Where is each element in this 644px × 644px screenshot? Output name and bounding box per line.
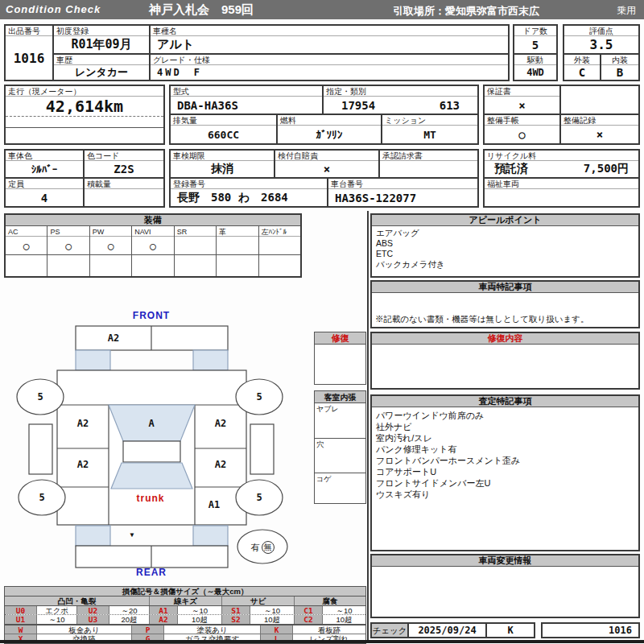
wheel-mark: 5 bbox=[37, 391, 43, 402]
mileage-box: 走行（現メーター） 42,614km bbox=[4, 85, 165, 145]
welfare-value bbox=[485, 189, 638, 206]
legend-title: 損傷記号＆損傷サイズ（～最大cm） bbox=[5, 587, 365, 597]
assessment-line: パワーウインドウ前席のみ bbox=[376, 410, 634, 421]
capacity-cell: 定員 4 bbox=[6, 179, 85, 206]
approval-value bbox=[380, 161, 477, 177]
appeal-line: バックカメラ付き bbox=[376, 259, 634, 270]
doors-cell: ドア数 5 bbox=[514, 26, 556, 55]
equip-ps: PS○ bbox=[47, 226, 89, 254]
spare-yes-label: 有 bbox=[251, 542, 260, 554]
equip-leather: 革 bbox=[217, 226, 258, 254]
type-class-cell: 指定・類別 17954 613 bbox=[324, 86, 477, 115]
approval-cell: 承認請求書 bbox=[380, 151, 477, 179]
first-registration-value: R01年09月 bbox=[54, 36, 149, 53]
auction-title: 神戸入札会 959回 bbox=[149, 2, 254, 18]
legend-group-dent: 凸凹・亀裂 bbox=[5, 597, 150, 605]
taillight-right-shape bbox=[193, 526, 228, 546]
lot-number-value: 1016 bbox=[6, 36, 52, 80]
change-info-title: 車両変更情報 bbox=[372, 555, 638, 567]
legend-group-scratch: 線キズ bbox=[150, 597, 222, 605]
wheel-mark: 5 bbox=[256, 492, 262, 503]
first-registration-cell: 初度登録 R01年09月 bbox=[54, 26, 151, 55]
load-capacity-value bbox=[85, 189, 163, 206]
wheel-mark: 5 bbox=[39, 492, 44, 503]
interior-grade-cell: 内装 B bbox=[601, 55, 638, 80]
model-code-box: 型式 DBA-HA36S 指定・類別 17954 613 排気量 660CC 燃… bbox=[169, 85, 479, 145]
check-box: チェック 2025/09/24 K bbox=[370, 622, 535, 638]
repair-content-box: 修復内容 bbox=[370, 332, 640, 390]
class-number: 613 bbox=[440, 99, 460, 112]
chassis-number-cell: 車台番号 HA36S-122077 bbox=[328, 179, 477, 206]
model-code-value: DBA-HA36S bbox=[171, 97, 322, 114]
model-name-cell: 車種名 アルト bbox=[151, 26, 508, 55]
registration-number-cell: 登録番号 長野 580 わ 2684 bbox=[171, 179, 328, 206]
special-notes-box: 車両特記事項 ※記載のない書類・機器等は無しとして取り扱います。 bbox=[370, 280, 640, 328]
insurance-cell: 検付自賠責 × bbox=[275, 151, 380, 179]
appeal-points-box: アピールポイント エアバッグ ABS ETC バックカメラ付き bbox=[370, 213, 640, 278]
mission-cell: ミッション MT bbox=[382, 115, 477, 143]
repair-mini-box: 修復 bbox=[314, 332, 366, 385]
mileage-value: 42,614km bbox=[6, 97, 163, 116]
body-color-cell: 車体色 ｼﾙﾊﾞｰ bbox=[6, 151, 85, 179]
color-box: 車体色 ｼﾙﾊﾞｰ 色コード Z2S 定員 4 積載量 bbox=[4, 149, 165, 208]
check-inspector: K bbox=[485, 624, 534, 637]
mark-door-right: A2 bbox=[215, 459, 226, 470]
score-value: 3.5 bbox=[564, 36, 638, 53]
rear-label: REAR bbox=[136, 567, 167, 578]
appeal-line: エアバッグ bbox=[376, 228, 634, 238]
assessment-line: ウスキズ有り bbox=[376, 489, 634, 500]
vehicle-category: 乗用 bbox=[617, 4, 636, 18]
cabin-row-tear: ヤブレ bbox=[314, 403, 366, 439]
assessment-line: パンク修理キット有 bbox=[376, 444, 634, 455]
color-code-value: Z2S bbox=[85, 161, 163, 177]
main-spec-box: 出品番号 1016 初度登録 R01年09月 車歴 レンタカー 車種名 アルト … bbox=[4, 24, 510, 81]
lot-number-label: 出品番号 bbox=[6, 26, 52, 36]
check-label: チェック bbox=[372, 624, 409, 637]
pickup-location: 引取場所：愛知県弥富市西末広 bbox=[393, 4, 539, 19]
exterior-grade-value: C bbox=[564, 65, 600, 80]
assessment-line: フロントサイドメンバー左U bbox=[376, 477, 634, 489]
assessment-line: フロントバンパーホースメント歪み bbox=[376, 455, 634, 466]
check-lot-box: 1016 bbox=[541, 622, 640, 638]
title-bar: Condition Check 神戸入札会 959回 引取場所：愛知県弥富市西末… bbox=[0, 0, 644, 19]
assessment-notes-box: 査定特記事項 パワーウインドウ前席のみ 社外ナビ 室内汚れ/スレ パンク修理キッ… bbox=[370, 394, 640, 551]
mark-front-bumper: A2 bbox=[108, 332, 119, 344]
assessment-line: 社外ナビ bbox=[376, 421, 634, 432]
fuel-value: ｶﾞｿﾘﾝ bbox=[278, 126, 381, 143]
code-row: W 板金あり P 塗装あり K 看板跡 bbox=[5, 625, 365, 634]
check-lot-number: 1016 bbox=[543, 624, 638, 637]
load-capacity-cell: 積載量 bbox=[85, 179, 163, 206]
maintenance-book-value: ○ bbox=[485, 126, 559, 143]
legend-data-row: U0 エクボ U2 ～20 A1 ～10 S1 ～10 C1 ～10 bbox=[5, 606, 365, 615]
assessment-line: コアサポートU bbox=[376, 466, 634, 477]
legend-data-row: U1 ～10 U3 20超 A2 10超 S2 10超 C2 10超 bbox=[5, 615, 365, 624]
doors-value: 5 bbox=[514, 36, 556, 53]
equip-lhd: 左ﾊﾝﾄﾞﾙ bbox=[259, 226, 300, 254]
brand-logo: Condition Check bbox=[6, 3, 101, 15]
equip-navi: NAVI○ bbox=[132, 226, 174, 254]
maintenance-record-value: × bbox=[561, 126, 638, 143]
cabin-row-hole: 穴 bbox=[314, 439, 366, 473]
equipment-empty-row bbox=[6, 255, 300, 276]
insurance-value: × bbox=[275, 161, 378, 177]
maintenance-record-cell: 整備記録 × bbox=[561, 115, 638, 143]
bottom-rule bbox=[0, 640, 644, 643]
repair-content-title: 修復内容 bbox=[372, 333, 638, 345]
cabin-title: 客室内張 bbox=[314, 390, 366, 403]
legend-group-corrosion: 腐食 bbox=[295, 597, 365, 605]
lot-number-cell: 出品番号 1016 bbox=[6, 26, 54, 80]
legend-group-headers: 凸凹・亀裂 線キズ サビ 腐食 bbox=[5, 597, 365, 606]
equipment-title: 装備 bbox=[6, 215, 300, 226]
headlight-left-shape bbox=[76, 350, 110, 370]
special-notes-disclaimer: ※記載のない書類・機器等は無しとして取り扱います。 bbox=[375, 314, 588, 325]
recycle-box: リサイクル料 預託済 7,500円 福祉車両 bbox=[483, 149, 640, 208]
rear-window-shape bbox=[111, 463, 192, 489]
chassis-number-value: HA36S-122077 bbox=[328, 189, 477, 206]
capacity-value: 4 bbox=[6, 189, 83, 206]
displacement-value: 660CC bbox=[171, 126, 276, 143]
mark-fender-left: A2 bbox=[77, 418, 89, 429]
body-color-value: ｼﾙﾊﾞｰ bbox=[6, 161, 83, 177]
side-sill-left-shape bbox=[29, 424, 52, 474]
model-code-cell: 型式 DBA-HA36S bbox=[171, 86, 324, 115]
type-number: 17954 bbox=[341, 99, 375, 112]
